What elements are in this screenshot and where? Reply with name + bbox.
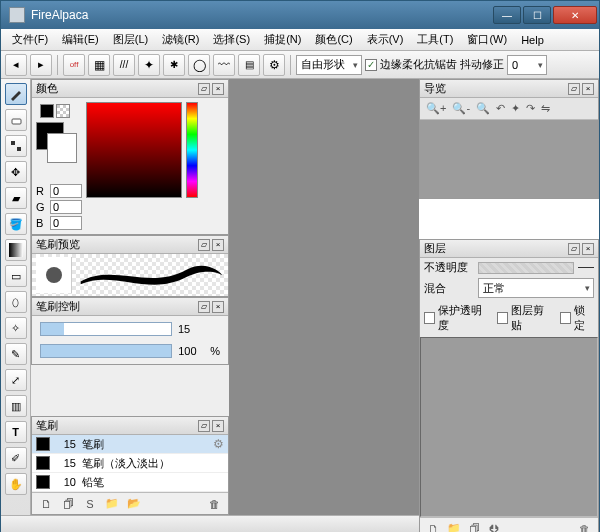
folder-open-icon[interactable]: 📂: [126, 496, 142, 512]
anti-alias-checkbox[interactable]: 边缘柔化抗锯齿: [365, 57, 457, 72]
panel-close-icon[interactable]: ×: [582, 243, 594, 255]
brush-item[interactable]: 15 笔刷 ⚙: [32, 435, 228, 454]
color-g-input[interactable]: 0: [50, 200, 82, 214]
color-picker-square[interactable]: [86, 102, 182, 198]
zoom-fit-icon[interactable]: 🔍: [476, 102, 490, 115]
panel-undock-icon[interactable]: ▱: [198, 301, 210, 313]
add-brush-icon[interactable]: 🗋: [38, 496, 54, 512]
rotate-reset-icon[interactable]: ✦: [511, 102, 520, 115]
menu-help[interactable]: Help: [514, 32, 551, 48]
panel-layer-title: 图层: [424, 241, 566, 256]
brush-opacity-slider[interactable]: [40, 344, 172, 358]
gear-icon[interactable]: ⚙: [213, 437, 224, 451]
tool-hand[interactable]: ✋: [5, 473, 27, 495]
tool-operate[interactable]: ⤢: [5, 369, 27, 391]
app-icon: [9, 7, 25, 23]
menubar: 文件(F) 编辑(E) 图层(L) 滤镜(R) 选择(S) 捕捉(N) 颜色(C…: [1, 29, 599, 51]
snap-grid-button[interactable]: ▦: [88, 54, 110, 76]
panel-close-icon[interactable]: ×: [212, 420, 224, 432]
blend-combo[interactable]: 正常: [478, 278, 594, 298]
tool-text[interactable]: T: [5, 421, 27, 443]
rotate-left-icon[interactable]: ↶: [496, 102, 505, 115]
minimize-button[interactable]: —: [493, 6, 521, 24]
menu-snap[interactable]: 捕捉(N): [257, 30, 308, 49]
close-button[interactable]: ✕: [553, 6, 597, 24]
panel-close-icon[interactable]: ×: [582, 83, 594, 95]
snap-cross-button[interactable]: ✦: [138, 54, 160, 76]
snap-radial-button[interactable]: ✱: [163, 54, 185, 76]
snap-config-button[interactable]: ⚙: [263, 54, 285, 76]
delete-layer-icon[interactable]: 🗑: [579, 523, 590, 533]
brush-size-slider[interactable]: [40, 322, 172, 336]
tool-select-wand[interactable]: ✧: [5, 317, 27, 339]
navigator-canvas[interactable]: [420, 120, 598, 198]
palette-mode-bar-icon[interactable]: [56, 104, 70, 118]
new-folder-icon[interactable]: 📁: [447, 522, 461, 532]
nav-next-button[interactable]: ▸: [30, 54, 52, 76]
snap-settings-button[interactable]: ▤: [238, 54, 260, 76]
fg-bg-swatch[interactable]: [36, 122, 64, 150]
panel-undock-icon[interactable]: ▱: [568, 243, 580, 255]
trash-icon[interactable]: 🗑: [206, 496, 222, 512]
duplicate-brush-icon[interactable]: 🗍: [60, 496, 76, 512]
snap-curve-button[interactable]: 〰: [213, 54, 235, 76]
menu-file[interactable]: 文件(F): [5, 30, 55, 49]
clip-layer-checkbox[interactable]: 图层剪贴: [497, 303, 552, 333]
snap-circle-button[interactable]: ◯: [188, 54, 210, 76]
menu-select[interactable]: 选择(S): [206, 30, 257, 49]
canvas-area[interactable]: [229, 79, 419, 515]
panel-undock-icon[interactable]: ▱: [198, 239, 210, 251]
merge-layer-icon[interactable]: ⮋: [488, 523, 499, 533]
menu-color[interactable]: 颜色(C): [308, 30, 359, 49]
zoom-out-icon[interactable]: 🔍-: [452, 102, 470, 115]
tool-select-lasso[interactable]: ⬯: [5, 291, 27, 313]
snap-off-button[interactable]: off: [63, 54, 85, 76]
menu-tool[interactable]: 工具(T): [410, 30, 460, 49]
layer-list[interactable]: [420, 337, 598, 517]
tool-fill[interactable]: ▰: [5, 187, 27, 209]
duplicate-layer-icon[interactable]: 🗍: [469, 523, 480, 533]
panel-close-icon[interactable]: ×: [212, 83, 224, 95]
tool-eyedropper[interactable]: ✐: [5, 447, 27, 469]
menu-window[interactable]: 窗口(W): [460, 30, 514, 49]
shape-combo[interactable]: 自由形状: [296, 55, 362, 75]
protect-alpha-checkbox[interactable]: 保护透明度: [424, 303, 489, 333]
menu-view[interactable]: 表示(V): [360, 30, 411, 49]
folder-icon[interactable]: 📁: [104, 496, 120, 512]
palette-mode-icon[interactable]: [40, 104, 54, 118]
tool-select-rect[interactable]: ▭: [5, 265, 27, 287]
tool-brush[interactable]: [5, 83, 27, 105]
panel-undock-icon[interactable]: ▱: [568, 83, 580, 95]
tool-eraser[interactable]: [5, 109, 27, 131]
rotate-right-icon[interactable]: ↷: [526, 102, 535, 115]
panel-close-icon[interactable]: ×: [212, 239, 224, 251]
tool-dot[interactable]: [5, 135, 27, 157]
layer-opacity-slider[interactable]: [478, 262, 574, 274]
zoom-in-icon[interactable]: 🔍+: [426, 102, 446, 115]
brush-item[interactable]: 15 笔刷（淡入淡出）: [32, 454, 228, 473]
snap-parallel-button[interactable]: ///: [113, 54, 135, 76]
tool-select-pen[interactable]: ✎: [5, 343, 27, 365]
tool-move[interactable]: ✥: [5, 161, 27, 183]
hue-slider[interactable]: [186, 102, 198, 198]
color-r-input[interactable]: 0: [50, 184, 82, 198]
checkbox-icon: [365, 59, 377, 71]
panel-undock-icon[interactable]: ▱: [198, 420, 210, 432]
script-brush-icon[interactable]: S: [82, 496, 98, 512]
panel-close-icon[interactable]: ×: [212, 301, 224, 313]
flip-icon[interactable]: ⇋: [541, 102, 550, 115]
menu-edit[interactable]: 编辑(E): [55, 30, 106, 49]
nav-prev-button[interactable]: ◂: [5, 54, 27, 76]
maximize-button[interactable]: ☐: [523, 6, 551, 24]
color-b-input[interactable]: 0: [50, 216, 82, 230]
lock-checkbox[interactable]: 锁定: [560, 303, 594, 333]
jitter-combo[interactable]: 0: [507, 55, 547, 75]
tool-gradient[interactable]: [5, 239, 27, 261]
menu-filter[interactable]: 滤镜(R): [155, 30, 206, 49]
panel-undock-icon[interactable]: ▱: [198, 83, 210, 95]
tool-divide[interactable]: ▥: [5, 395, 27, 417]
menu-layer[interactable]: 图层(L): [106, 30, 155, 49]
new-layer-icon[interactable]: 🗋: [428, 523, 439, 533]
tool-bucket[interactable]: 🪣: [5, 213, 27, 235]
brush-item[interactable]: 10 铅笔: [32, 473, 228, 492]
